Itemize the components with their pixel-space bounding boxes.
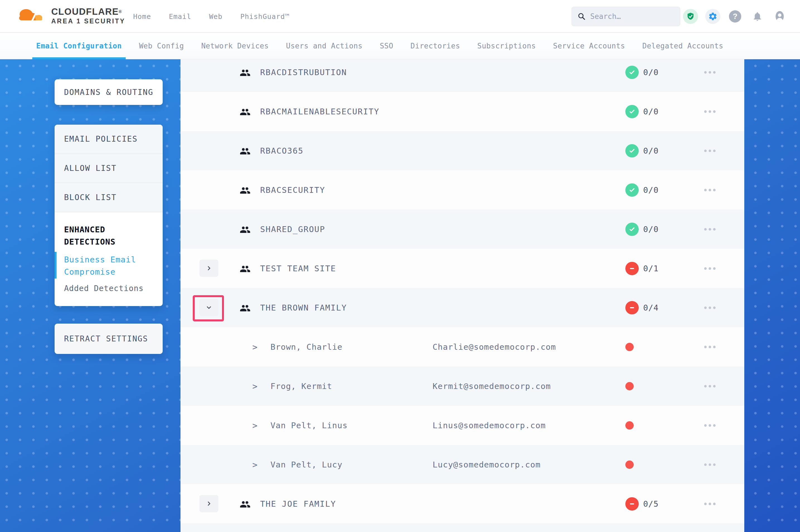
row-name: RBACDISTRUBUTION xyxy=(260,68,347,77)
row-name: RBACO365 xyxy=(260,146,304,155)
sidebar-item-label: EMAIL POLICIES xyxy=(64,134,138,144)
table-row: TEST TEAM SITE 0/1 xyxy=(181,249,744,288)
nav-phishguard[interactable]: PhishGuard™ xyxy=(240,13,290,21)
status-badge xyxy=(625,301,639,315)
account-button[interactable] xyxy=(772,9,787,24)
search-input[interactable] xyxy=(590,12,674,21)
sidebar-item-email-policies[interactable]: EMAIL POLICIES xyxy=(55,125,163,154)
row-menu-button[interactable] xyxy=(702,304,718,311)
help-icon: ? xyxy=(729,10,741,22)
nav-email[interactable]: Email xyxy=(169,13,191,21)
expand-toggle-button[interactable] xyxy=(199,299,218,316)
group-icon xyxy=(239,224,251,234)
group-icon xyxy=(239,499,251,509)
row-menu-button[interactable] xyxy=(702,265,718,272)
tab-subscriptions[interactable]: Subscriptions xyxy=(477,33,536,59)
row-menu-button[interactable] xyxy=(702,343,718,350)
row-menu-button[interactable] xyxy=(702,69,718,76)
row-menu-button[interactable] xyxy=(702,422,718,429)
group-icon xyxy=(239,67,251,77)
status-count: 0/0 xyxy=(643,68,658,77)
group-icon xyxy=(239,264,251,273)
expand-toggle-button[interactable] xyxy=(199,495,218,512)
table-row: > Van Pelt, Lucy Lucy@somedemocorp.com xyxy=(181,445,744,484)
row-name: RBACSECURITY xyxy=(260,185,325,195)
status-count: 0/1 xyxy=(643,264,658,273)
row-email: Charlie@somedemocorp.com xyxy=(433,342,556,352)
row-name: Frog, Kermit xyxy=(271,381,332,391)
sidebar-email-policies-card: EMAIL POLICIES ALLOW LIST BLOCK LIST ENH… xyxy=(55,125,163,306)
status-badge xyxy=(625,105,639,118)
table-row: > Brown, Charlie Charlie@somedemocorp.co… xyxy=(181,327,744,366)
row-menu-button[interactable] xyxy=(702,108,718,115)
help-button[interactable]: ? xyxy=(728,9,743,24)
row-email: Kermit@somedemocorp.com xyxy=(433,381,551,391)
nav-home[interactable]: Home xyxy=(133,13,151,21)
table-row: THE JOE FAMILY 0/5 xyxy=(181,484,744,524)
table-row: > Van Pelt, Linus Linus@somedemocorp.com xyxy=(181,406,744,445)
secondary-tabbar: Email Configuration Web Config Network D… xyxy=(0,33,800,59)
status-badge xyxy=(625,262,639,275)
tab-users-and-actions[interactable]: Users and Actions xyxy=(286,33,363,59)
tab-email-configuration[interactable]: Email Configuration xyxy=(36,33,122,59)
status-count: 0/0 xyxy=(643,185,658,195)
sidebar-item-label: BLOCK LIST xyxy=(64,193,117,202)
row-menu-button[interactable] xyxy=(702,383,718,390)
row-name: THE JOE FAMILY xyxy=(260,499,336,509)
member-chevron-icon: > xyxy=(252,460,257,469)
row-name: RBACMAILENABLESECURITY xyxy=(260,107,379,116)
status-count: 0/5 xyxy=(643,499,658,509)
table-row: > Frog, Kermit Kermit@somedemocorp.com xyxy=(181,366,744,406)
table-row: RBACDISTRUBUTION 0/0 xyxy=(181,59,744,92)
security-status-button[interactable] xyxy=(683,9,698,24)
status-count: 0/4 xyxy=(643,303,658,312)
nav-web[interactable]: Web xyxy=(209,13,222,21)
row-email: Linus@somedemocorp.com xyxy=(433,421,546,430)
main-area: DOMAINS & ROUTING EMAIL POLICIES ALLOW L… xyxy=(0,59,800,532)
expand-toggle-button[interactable] xyxy=(199,260,218,277)
search-icon xyxy=(578,12,586,21)
status-dot xyxy=(625,343,634,351)
bell-icon xyxy=(752,11,763,22)
status-badge xyxy=(625,223,639,236)
header-icon-cluster: ? xyxy=(683,0,787,33)
tab-service-accounts[interactable]: Service Accounts xyxy=(553,33,625,59)
table-row: THE BROWN FAMILY 0/4 xyxy=(181,288,744,327)
status-count: 0/0 xyxy=(643,146,658,155)
tab-sso[interactable]: SSO xyxy=(380,33,393,59)
cloudflare-cloud-icon xyxy=(16,5,46,27)
active-item-indicator-bar xyxy=(55,252,57,279)
row-menu-button[interactable] xyxy=(702,147,718,154)
row-menu-button[interactable] xyxy=(702,186,718,193)
tab-network-devices[interactable]: Network Devices xyxy=(201,33,269,59)
row-menu-button[interactable] xyxy=(702,461,718,468)
sidebar-item-retract-settings[interactable]: RETRACT SETTINGS xyxy=(55,324,163,354)
sidebar-item-domains-routing[interactable]: DOMAINS & ROUTING xyxy=(55,79,163,105)
status-badge xyxy=(625,144,639,157)
row-menu-button[interactable] xyxy=(702,226,718,233)
sidebar-item-allow-list[interactable]: ALLOW LIST xyxy=(55,154,163,183)
settings-button[interactable] xyxy=(705,9,720,24)
sidebar-item-label: DOMAINS & ROUTING xyxy=(64,88,153,97)
member-chevron-icon: > xyxy=(252,342,257,352)
cloudflare-logo[interactable]: CLOUDFLARE® AREA 1 SECURITY xyxy=(16,5,125,27)
top-header: CLOUDFLARE® AREA 1 SECURITY Home Email W… xyxy=(0,0,800,33)
logo-text: CLOUDFLARE® AREA 1 SECURITY xyxy=(51,7,125,25)
primary-nav: Home Email Web PhishGuard™ xyxy=(133,0,289,33)
member-chevron-icon: > xyxy=(252,420,257,430)
row-menu-button[interactable] xyxy=(702,500,718,507)
logo-subtitle: AREA 1 SECURITY xyxy=(51,18,125,25)
sidebar-item-block-list[interactable]: BLOCK LIST xyxy=(55,183,163,212)
member-chevron-icon: > xyxy=(252,381,257,391)
tab-web-config[interactable]: Web Config xyxy=(139,33,184,59)
status-dot xyxy=(625,382,634,391)
status-count: 0/0 xyxy=(643,107,658,116)
row-email: Lucy@somedemocorp.com xyxy=(433,460,541,469)
tab-delegated-accounts[interactable]: Delegated Accounts xyxy=(642,33,723,59)
registered-mark: ® xyxy=(119,10,122,14)
sidebar-item-business-email-compromise[interactable]: Business Email Compromise xyxy=(64,253,148,278)
tab-directories[interactable]: Directories xyxy=(411,33,460,59)
notifications-button[interactable] xyxy=(750,9,765,24)
avatar-icon xyxy=(774,10,786,23)
sidebar-item-added-detections[interactable]: Added Detections xyxy=(64,284,144,293)
